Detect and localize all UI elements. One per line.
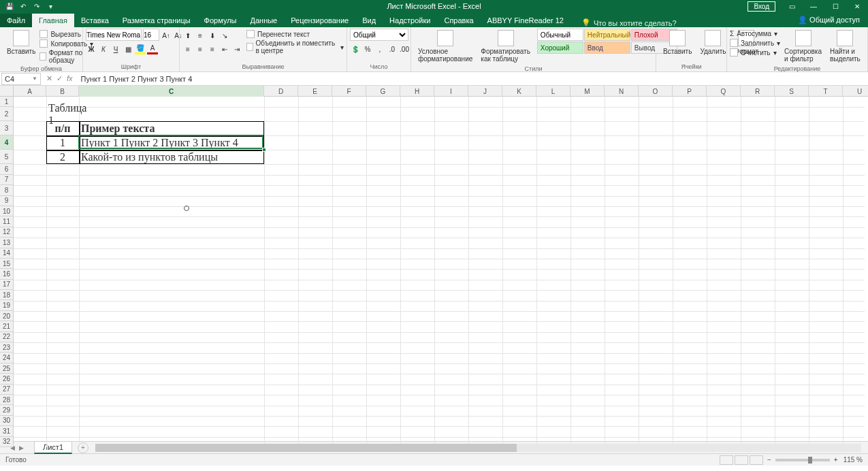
name-box[interactable]: C4▼ (1, 73, 41, 85)
cell-B5[interactable]: 2 (46, 150, 79, 164)
login-button[interactable]: Вход (748, 1, 775, 12)
font-color-button[interactable]: A (147, 44, 158, 54)
row-header[interactable]: 12 (0, 227, 13, 238)
enter-formula-icon[interactable]: ✓ (57, 74, 63, 83)
row-header[interactable]: 26 (0, 374, 13, 384)
insert-cells-button[interactable]: Вставить (659, 29, 696, 56)
tell-me[interactable]: 💡 Что вы хотите сделать? (581, 18, 677, 27)
row-header[interactable]: 16 (0, 269, 13, 279)
zoom-level[interactable]: 115 % (838, 456, 868, 464)
inc-decimal-icon[interactable]: .0 (387, 44, 398, 54)
tab-ABBYY FineReader 12[interactable]: ABBYY FineReader 12 (481, 14, 570, 27)
row-header[interactable]: 27 (0, 385, 13, 395)
fill-color-button[interactable]: 🪣 (135, 44, 146, 54)
row-header[interactable]: 10 (0, 206, 13, 216)
align-middle-icon[interactable]: ≡ (195, 30, 206, 41)
row-header[interactable]: 24 (0, 353, 13, 363)
cell-C3[interactable]: Пример текста (79, 121, 264, 135)
column-headers[interactable]: ABCDEFGHIJKLMNOPQRSTU (14, 86, 868, 97)
view-normal-icon[interactable] (720, 455, 733, 465)
row-header[interactable]: 1 (0, 97, 13, 107)
spreadsheet-grid[interactable]: ABCDEFGHIJKLMNOPQRSTU 123456789101112131… (0, 86, 868, 441)
col-header[interactable]: K (502, 86, 536, 97)
row-header[interactable]: 21 (0, 321, 13, 331)
close-icon[interactable]: ✕ (846, 0, 868, 12)
align-left-icon[interactable]: ≡ (182, 44, 193, 54)
align-bottom-icon[interactable]: ⬇ (207, 30, 218, 41)
col-header[interactable]: P (673, 86, 707, 97)
minimize-icon[interactable]: — (803, 0, 824, 12)
find-select-button[interactable]: Найти и выделить (826, 29, 865, 64)
align-top-icon[interactable]: ⬆ (182, 30, 193, 41)
merge-center-button[interactable]: Объединить и поместить в центре ▾ (246, 39, 344, 54)
tab-Рецензирование[interactable]: Рецензирование (284, 14, 355, 27)
cell-B2[interactable]: Таблица 1 (46, 107, 79, 121)
row-header[interactable]: 9 (0, 196, 13, 206)
col-header[interactable]: Q (707, 86, 741, 97)
col-header[interactable]: A (14, 86, 46, 97)
font-name-input[interactable] (86, 29, 142, 41)
save-icon[interactable]: 💾 (4, 1, 15, 12)
row-headers[interactable]: 1234567891011121314151617181920212223242… (0, 97, 14, 447)
fx-icon[interactable]: fx (67, 74, 73, 83)
grow-font-icon[interactable]: A↑ (161, 30, 172, 41)
conditional-format-button[interactable]: Условное форматирование (414, 29, 477, 64)
tab-Надстройки[interactable]: Надстройки (383, 14, 437, 27)
col-header[interactable]: L (536, 86, 570, 97)
tab-file[interactable]: Файл (0, 14, 32, 27)
number-format-select[interactable]: Общий (350, 29, 408, 41)
row-header[interactable]: 29 (0, 405, 13, 415)
wrap-text-button[interactable]: Перенести текст (246, 30, 344, 38)
font-size-input[interactable] (143, 29, 159, 41)
tab-Вставка[interactable]: Вставка (74, 14, 116, 27)
col-header[interactable]: J (468, 86, 502, 97)
cell-style[interactable]: Обычный (537, 29, 583, 41)
col-header[interactable]: T (809, 86, 843, 97)
col-header[interactable]: F (332, 86, 366, 97)
maximize-icon[interactable]: ☐ (824, 0, 846, 12)
cancel-formula-icon[interactable]: ✕ (46, 74, 52, 83)
row-header[interactable]: 19 (0, 300, 13, 310)
tab-Разметка страницы[interactable]: Разметка страницы (116, 14, 197, 27)
row-header[interactable]: 22 (0, 332, 13, 342)
row-header[interactable]: 3 (0, 121, 13, 135)
undo-icon[interactable]: ↶ (18, 1, 29, 12)
cell-style[interactable]: Хороший (537, 42, 583, 54)
comma-icon[interactable]: , (374, 44, 385, 54)
cell-B3[interactable]: п/п (46, 121, 79, 135)
row-header[interactable]: 14 (0, 248, 13, 259)
fill-handle[interactable] (262, 148, 266, 152)
row-header[interactable]: 2 (0, 107, 13, 121)
row-header[interactable]: 11 (0, 216, 13, 227)
sort-filter-button[interactable]: Сортировка и фильтр (780, 29, 826, 64)
col-header[interactable]: R (741, 86, 775, 97)
row-header[interactable]: 8 (0, 185, 13, 195)
align-right-icon[interactable]: ≡ (207, 44, 218, 54)
tab-Главная[interactable]: Главная (32, 14, 74, 27)
tab-Формулы[interactable]: Формулы (197, 14, 244, 27)
indent-inc-icon[interactable]: ⇥ (231, 44, 242, 54)
fill-button[interactable]: Заполнить ▾ (730, 39, 780, 47)
clear-button[interactable]: Очистить ▾ (730, 48, 780, 56)
paste-button[interactable]: Вставить (3, 29, 39, 56)
align-center-icon[interactable]: ≡ (195, 44, 206, 54)
col-header[interactable]: U (843, 86, 868, 97)
col-header[interactable]: N (605, 86, 639, 97)
currency-icon[interactable]: 💲 (350, 44, 361, 54)
row-header[interactable]: 5 (0, 150, 13, 164)
col-header[interactable]: M (570, 86, 605, 97)
row-header[interactable]: 30 (0, 416, 13, 426)
select-all-corner[interactable] (0, 86, 14, 97)
row-header[interactable]: 6 (0, 164, 13, 174)
row-header[interactable]: 23 (0, 342, 13, 353)
row-header[interactable]: 4 (0, 135, 13, 150)
col-header[interactable]: E (298, 86, 332, 97)
col-header[interactable]: D (264, 86, 298, 97)
col-header[interactable]: G (366, 86, 400, 97)
bold-button[interactable]: Ж (86, 44, 97, 54)
row-header[interactable]: 7 (0, 175, 13, 185)
row-header[interactable]: 15 (0, 259, 13, 269)
col-header[interactable]: B (46, 86, 79, 97)
cell-C5[interactable]: Какой-то из пунктов таблицы (79, 150, 264, 164)
col-header[interactable]: C (79, 86, 264, 97)
